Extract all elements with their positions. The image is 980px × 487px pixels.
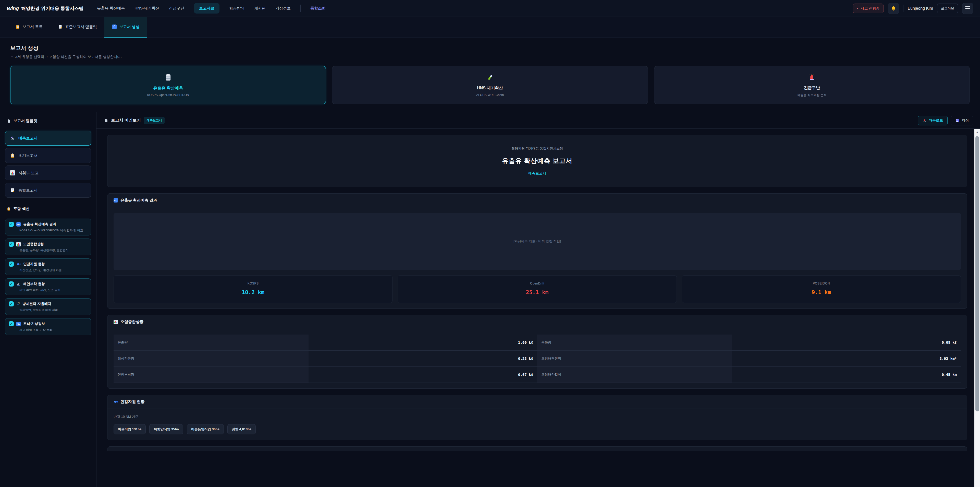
section-pollution: 오염종합상황 유출량1.00 kℓ 풍화량0.09 kℓ 해상잔유량0.23 k…: [107, 315, 967, 389]
nav-item-oil-spill[interactable]: 유출유 확산예측: [97, 6, 125, 11]
include-section-list: ✓ 유출유 확산예측 결과 KOSPS/OpenDrift/POSEIDON 예…: [5, 219, 91, 335]
download-icon: [922, 118, 926, 123]
download-button[interactable]: 다운로드: [918, 116, 948, 125]
bell-icon: [891, 6, 896, 11]
nav-item-hns[interactable]: HNS·대기확산: [135, 6, 159, 11]
incident-status-badge[interactable]: ● 사고 진행중: [853, 3, 884, 13]
pollution-value: 0.67 kℓ: [309, 367, 537, 383]
brand[interactable]: Wing 해양환경 위기대응 통합시스템: [6, 5, 83, 11]
template-item-comprehensive[interactable]: 종합보고서: [5, 183, 91, 198]
report-subtitle: 예측보고서: [107, 171, 967, 176]
notifications-button[interactable]: [888, 3, 899, 14]
stat-label: OpenDrift: [398, 282, 676, 285]
include-title: 조석·기상정보: [23, 321, 45, 326]
report-org: 해양환경 위기대응 통합지원시스템: [107, 146, 967, 151]
table-row: 유출량1.00 kℓ 풍화량0.09 kℓ: [114, 335, 961, 351]
wave-icon: [16, 322, 21, 326]
nav-item-aerial-search[interactable]: 항공탐색: [229, 6, 245, 11]
checkbox-checked[interactable]: ✓: [9, 301, 14, 307]
logout-button[interactable]: 로그아웃: [937, 3, 958, 13]
resource-chip: 갯벌 4,013ha: [228, 424, 256, 434]
section-title: 오염종합상황: [121, 319, 143, 324]
template-label: 초기보고서: [18, 153, 38, 158]
template-item-command[interactable]: 지휘부 보고: [5, 166, 91, 180]
tab-standard-templates[interactable]: 표준보고서 템플릿: [50, 17, 104, 38]
generator-header-section: 보고서 생성 보고서 유형을 선택하고 포함할 섹션을 구성하여 보고서를 생성…: [0, 38, 980, 112]
tab-label: 보고서 생성: [119, 24, 139, 29]
spread-map-placeholder: [확산예측 지도 - 범위 조절 작업]: [114, 213, 961, 270]
stat-label: POSEIDON: [682, 282, 961, 285]
tab-report-list[interactable]: 보고서 목록: [8, 17, 50, 38]
save-label: 저장: [962, 118, 969, 123]
wave-icon: [114, 198, 118, 203]
top-nav: Wing 해양환경 위기대응 통합시스템 유출유 확산예측 HNS·대기확산 긴…: [0, 0, 980, 17]
microscope-icon: [10, 136, 15, 141]
preview-type-badge: 예측보고서: [144, 117, 165, 124]
checkbox-checked[interactable]: ✓: [9, 321, 14, 326]
template-label: 종합보고서: [18, 188, 38, 193]
scrollbar-thumb[interactable]: [975, 136, 979, 411]
document-icon: [104, 118, 108, 123]
incident-dot-icon: ●: [857, 7, 858, 10]
hamburger-icon: [965, 6, 970, 10]
include-card-pollution[interactable]: ✓ 오염종합상황 유출량, 풍화량, 해상잔유량, 오염면적: [5, 238, 91, 255]
user-separator: [903, 5, 904, 12]
table-row: 연안부착량0.67 kℓ 오염해안길이0.45 km: [114, 367, 961, 383]
checkbox-checked[interactable]: ✓: [9, 222, 14, 227]
include-title: 민감자원 현황: [23, 262, 45, 267]
table-row: 해상잔유량0.23 kℓ 오염해역면적3.93 km²: [114, 351, 961, 367]
resource-chips: 마을어업 131ha 복합양식업 35ha 어류등양식업 36ha 갯벌 4,0…: [114, 424, 961, 434]
preview-scrollbar[interactable]: ▲: [974, 129, 980, 487]
nav-item-rescue[interactable]: 긴급구난: [169, 6, 184, 11]
pollution-label: 오염해역면적: [537, 351, 732, 366]
type-card-rescue[interactable]: 긴급구난 복원성·좌초위험 분석: [654, 66, 970, 104]
section-header: 유출유 확산예측 결과: [107, 193, 967, 208]
nav-item-integrated-search[interactable]: 통합조회: [310, 6, 326, 11]
document-icon: [6, 119, 11, 123]
checkbox-checked[interactable]: ✓: [9, 262, 14, 267]
resource-chip: 복합양식업 35ha: [149, 424, 183, 434]
save-button[interactable]: 저장: [951, 116, 974, 125]
tab-report-generate[interactable]: 보고서 생성: [104, 17, 147, 38]
nav-item-board[interactable]: 게시판: [254, 6, 266, 11]
include-card-sensitive[interactable]: ✓ 민감자원 현황 어장정보, 양식업, 환경생태 자원: [5, 259, 91, 275]
radius-basis-text: 반경 10 NM 기준: [114, 415, 961, 419]
report-preview-pane: 보고서 미리보기 예측보고서 다운로드 저장: [97, 112, 980, 487]
include-card-response-strategy[interactable]: ✓ ♡ 방제전략·자원배치 방제방법, 방제자원 배치 계획: [5, 298, 91, 315]
bar-chart-icon: [114, 320, 118, 324]
include-card-shoreline[interactable]: ✓ 해안부착 현황 해안 부착 위치, 시간, 오염 길이: [5, 278, 91, 295]
templates-header: 보고서 템플릿: [5, 117, 91, 127]
include-card-tide-weather[interactable]: ✓ 조석·기상정보 사고 해역 조석·기상 현황: [5, 318, 91, 335]
bar-chart-icon: [10, 170, 15, 176]
type-card-subtitle: ALOHA·WRF-Chem: [476, 93, 504, 97]
tab-label: 보고서 목록: [22, 24, 43, 29]
type-card-hns[interactable]: HNS 대기확산 ALOHA·WRF-Chem: [332, 66, 648, 104]
checkbox-checked[interactable]: ✓: [9, 241, 14, 247]
menu-button[interactable]: [962, 3, 974, 14]
include-desc: 해안 부착 위치, 시간, 오염 길이: [19, 288, 88, 292]
template-list: 예측보고서 초기보고서 지휘부 보고: [5, 131, 91, 198]
scrollbar-up-arrow[interactable]: ▲: [974, 131, 980, 134]
report-title: 유출유 확산예측 보고서: [107, 156, 967, 165]
sections-header: 포함 섹션: [5, 204, 91, 215]
include-desc: 방제방법, 방제자원 배치 계획: [19, 308, 88, 312]
pollution-value: 3.93 km²: [732, 351, 961, 366]
pollution-value: 0.45 km: [732, 367, 961, 383]
template-item-initial[interactable]: 초기보고서: [5, 148, 91, 163]
type-card-oil-spill[interactable]: 유출유 확산예측 KOSPS·OpenDrift·POSEIDON: [10, 66, 326, 104]
nav-item-reports[interactable]: 보고자료: [194, 3, 220, 14]
fish-icon: [114, 400, 118, 404]
clipboard-icon: [6, 207, 11, 211]
template-label: 지휘부 보고: [18, 171, 38, 176]
include-desc: 어장정보, 양식업, 환경생태 자원: [19, 268, 88, 272]
template-item-forecast[interactable]: 예측보고서: [5, 131, 91, 145]
nav-item-weather[interactable]: 기상정보: [275, 6, 291, 11]
bar-chart-icon: [16, 242, 21, 246]
preview-header: 보고서 미리보기 예측보고서 다운로드 저장: [97, 112, 980, 129]
checkbox-checked[interactable]: ✓: [9, 281, 14, 287]
include-card-spread-result[interactable]: ✓ 유출유 확산예측 결과 KOSPS/OpenDrift/POSEIDON 예…: [5, 219, 91, 235]
preview-scroll-area[interactable]: 해양환경 위기대응 통합지원시스템 유출유 확산예측 보고서 예측보고서 유출유…: [97, 129, 980, 487]
include-title: 유출유 확산예측 결과: [23, 222, 56, 227]
preview-actions: 다운로드 저장: [918, 116, 974, 125]
wing-logo: Wing: [6, 5, 19, 11]
